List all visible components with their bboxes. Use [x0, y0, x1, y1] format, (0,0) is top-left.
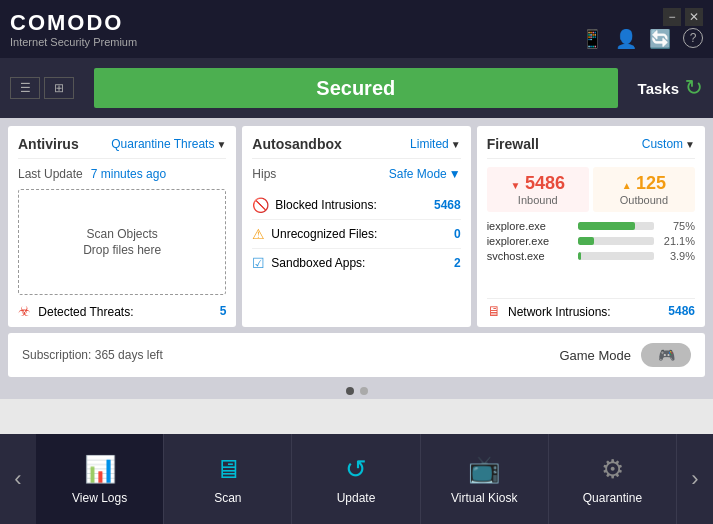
gamepad-icon: 🎮 [658, 347, 675, 363]
list-view-icon[interactable]: ☰ [10, 77, 40, 99]
antivirus-panel: Antivirus Quarantine Threats ▼ Last Upda… [8, 126, 236, 327]
sandboxed-apps-item: ☑ Sandboxed Apps: 2 [252, 249, 460, 277]
firewall-dropdown[interactable]: Custom ▼ [642, 137, 695, 151]
secured-status: Secured [94, 68, 618, 108]
unrecognized-icon: ⚠ [252, 226, 265, 242]
antivirus-header: Antivirus Quarantine Threats ▼ [18, 136, 226, 159]
process-pct: 3.9% [660, 250, 695, 262]
brand-name: COMODO [10, 10, 137, 36]
main-content: Antivirus Quarantine Threats ▼ Last Upda… [0, 118, 713, 333]
quarantine-icon: ⚙ [601, 454, 624, 485]
game-mode-toggle[interactable]: 🎮 [641, 343, 691, 367]
tasks-area: Tasks ↺ [638, 75, 703, 101]
autosandbox-panel: Autosandbox Limited ▼ Hips Safe Mode ▼ 🚫… [242, 126, 470, 327]
mobile-icon[interactable]: 📱 [581, 28, 603, 50]
game-mode-label: Game Mode [559, 348, 631, 363]
sandboxed-apps-count[interactable]: 2 [454, 256, 461, 270]
dot-2[interactable] [360, 387, 368, 395]
quarantine-threats-label: Quarantine Threats [111, 137, 214, 151]
network-intrusions-label: Network Intrusions: [508, 305, 611, 319]
dot-1[interactable] [346, 387, 354, 395]
autosandbox-dropdown[interactable]: Limited ▼ [410, 137, 461, 151]
unrecognized-files-label: Unrecognized Files: [271, 227, 377, 241]
help-icon[interactable]: ? [683, 28, 703, 48]
close-button[interactable]: ✕ [685, 8, 703, 26]
nav-item-scan[interactable]: 🖥 Scan [164, 434, 292, 524]
tasks-label[interactable]: Tasks [638, 80, 679, 97]
update-label: Update [337, 491, 376, 505]
view-logs-label: View Logs [72, 491, 127, 505]
process-item: iexplorer.exe 21.1% [487, 235, 695, 247]
inbound-label: Inbound [495, 194, 581, 206]
sync-icon[interactable]: 🔄 [649, 28, 671, 50]
outbound-stat: ▲ 125 Outbound [593, 167, 695, 212]
hips-row: Hips Safe Mode ▼ [252, 167, 460, 181]
status-row: Subscription: 365 days left Game Mode 🎮 [8, 333, 705, 377]
process-name: iexplore.exe [487, 220, 572, 232]
quarantine-label: Quarantine [583, 491, 642, 505]
scan-icon: 🖥 [215, 454, 241, 485]
inbound-stat: ▼ 5486 Inbound [487, 167, 589, 212]
nav-items: 📊 View Logs 🖥 Scan ↺ Update 📺 Virtual Ki… [36, 434, 677, 524]
last-update-value[interactable]: 7 minutes ago [91, 167, 166, 181]
bottom-nav: ‹ 📊 View Logs 🖥 Scan ↺ Update 📺 Virtual … [0, 434, 713, 524]
process-name: iexplorer.exe [487, 235, 572, 247]
tasks-refresh-icon[interactable]: ↺ [685, 75, 703, 101]
grid-view-icon[interactable]: ⊞ [44, 77, 74, 99]
process-bar-bg [578, 237, 654, 245]
nav-prev-arrow[interactable]: ‹ [0, 434, 36, 524]
inbound-arrow-icon: ▼ [511, 180, 521, 191]
process-item: iexplore.exe 75% [487, 220, 695, 232]
outbound-count[interactable]: 125 [636, 173, 666, 193]
antivirus-dropdown[interactable]: Quarantine Threats ▼ [111, 137, 226, 151]
detected-threats-count[interactable]: 5 [220, 304, 227, 318]
blocked-icon: 🚫 [252, 197, 269, 213]
inbound-count[interactable]: 5486 [525, 173, 565, 193]
nav-item-view-logs[interactable]: 📊 View Logs [36, 434, 164, 524]
minimize-button[interactable]: − [663, 8, 681, 26]
detected-threats-label: Detected Threats: [38, 305, 133, 319]
last-update-label: Last Update [18, 167, 83, 181]
network-intrusions-row: 🖥 Network Intrusions: 5486 [487, 298, 695, 319]
hips-label: Hips [252, 167, 276, 181]
nav-item-update[interactable]: ↺ Update [292, 434, 420, 524]
game-mode-area: Game Mode 🎮 [559, 343, 691, 367]
outbound-label: Outbound [601, 194, 687, 206]
process-pct: 21.1% [660, 235, 695, 247]
pagination-dots [0, 383, 713, 399]
virtual-kiosk-label: Virtual Kiosk [451, 491, 517, 505]
dropdown-arrow: ▼ [216, 139, 226, 150]
view-logs-icon: 📊 [84, 454, 116, 485]
subscription-text: Subscription: 365 days left [22, 348, 163, 362]
virtual-kiosk-icon: 📺 [468, 454, 500, 485]
process-bar [578, 222, 635, 230]
outbound-arrow-icon: ▲ [622, 180, 632, 191]
hips-dropdown[interactable]: Safe Mode ▼ [389, 167, 461, 181]
blocked-intrusions-item: 🚫 Blocked Intrusions: 5468 [252, 191, 460, 220]
unrecognized-files-count[interactable]: 0 [454, 227, 461, 241]
process-pct: 75% [660, 220, 695, 232]
hips-mode-label: Safe Mode [389, 167, 447, 181]
firewall-panel: Firewall Custom ▼ ▼ 5486 Inbound ▲ 125 O… [477, 126, 705, 327]
unrecognized-files-item: ⚠ Unrecognized Files: 0 [252, 220, 460, 249]
network-icon: 🖥 [487, 303, 501, 319]
scan-label: Scan [214, 491, 241, 505]
dropdown-arrow2: ▼ [451, 139, 461, 150]
nav-next-arrow[interactable]: › [677, 434, 713, 524]
hips-arrow: ▼ [449, 167, 461, 181]
user-icon[interactable]: 👤 [615, 28, 637, 50]
view-toggle: ☰ ⊞ [10, 77, 74, 99]
app-logo: COMODO Internet Security Premium [10, 10, 137, 48]
scan-drop-zone[interactable]: Scan Objects Drop files here [18, 189, 226, 295]
nav-item-virtual-kiosk[interactable]: 📺 Virtual Kiosk [421, 434, 549, 524]
titlebar: COMODO Internet Security Premium − ✕ 📱 👤… [0, 0, 713, 58]
autosandbox-title: Autosandbox [252, 136, 341, 152]
sandboxed-apps-label: Sandboxed Apps: [271, 256, 365, 270]
process-bar-bg [578, 252, 654, 260]
firewall-mode-label: Custom [642, 137, 683, 151]
blocked-intrusions-count[interactable]: 5468 [434, 198, 461, 212]
network-intrusions-count[interactable]: 5486 [668, 304, 695, 318]
firewall-title: Firewall [487, 136, 539, 152]
nav-item-quarantine[interactable]: ⚙ Quarantine [549, 434, 677, 524]
antivirus-title: Antivirus [18, 136, 79, 152]
